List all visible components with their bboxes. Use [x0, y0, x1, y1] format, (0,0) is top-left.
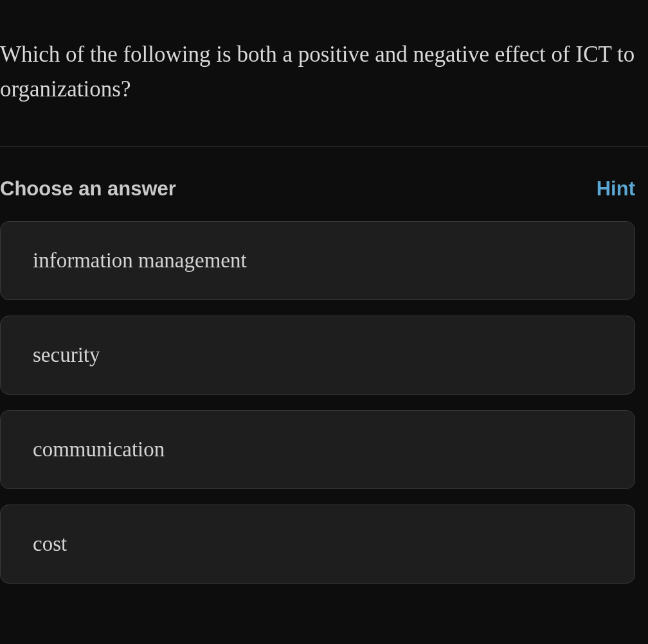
answer-header: Choose an answer Hint	[0, 147, 648, 201]
answer-option-2[interactable]: communication	[0, 410, 635, 489]
question-text: Which of the following is both a positiv…	[0, 0, 648, 107]
hint-button[interactable]: Hint	[597, 177, 635, 201]
answers-container: information management security communic…	[0, 201, 648, 584]
answer-option-1[interactable]: security	[0, 316, 635, 395]
answer-option-0[interactable]: information management	[0, 221, 635, 300]
answer-option-3[interactable]: cost	[0, 505, 635, 584]
choose-answer-label: Choose an answer	[0, 177, 176, 201]
